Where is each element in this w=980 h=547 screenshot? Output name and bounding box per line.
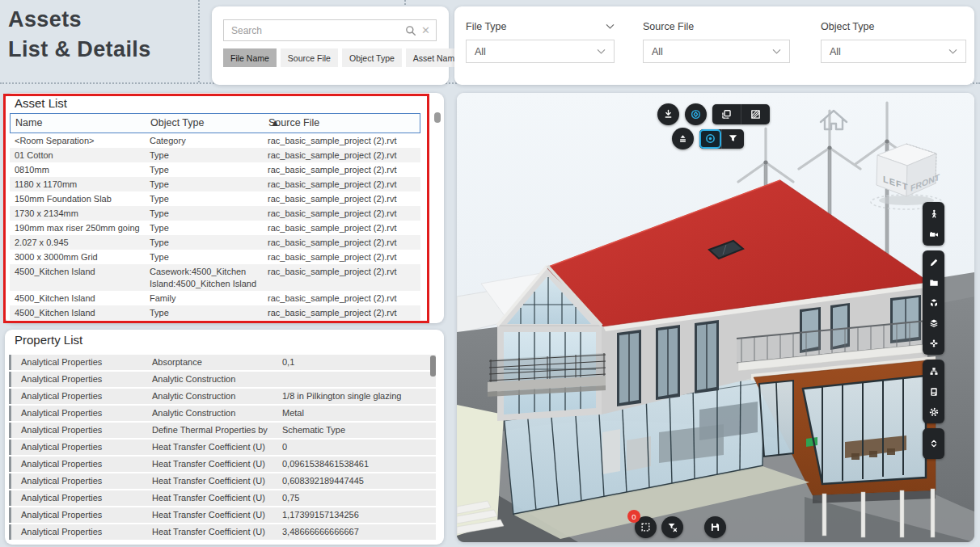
asset-table-row[interactable]: 4500_Kitchen IslandCasework:4500_Kitchen… [10, 264, 420, 291]
search-tabs: File NameSource FileObject TypeAsset Nam… [223, 48, 467, 67]
page-title: Assets List & Details [8, 5, 151, 65]
select-mode-button[interactable] [699, 129, 721, 149]
save-view-button[interactable] [704, 516, 726, 538]
property-table-row[interactable]: Analytical PropertiesDefine Thermal Prop… [9, 423, 436, 438]
property-cell: Analytical Properties [21, 423, 102, 438]
selection-set-button[interactable]: 0 [635, 516, 657, 538]
download-button[interactable] [657, 103, 679, 125]
property-cell: Analytical Properties [21, 355, 102, 370]
column-header-name[interactable]: Name [15, 117, 42, 128]
settings-button[interactable] [923, 403, 944, 420]
measure-tool-button[interactable] [923, 254, 944, 271]
property-list-scrollbar[interactable] [430, 356, 436, 377]
viewer-right-toolbar [923, 202, 944, 459]
property-cell: Analytic Construction [152, 406, 235, 421]
asset-cell: 4500_Kitchen Island [15, 305, 95, 320]
object-type-select[interactable]: All [821, 40, 966, 63]
search-input[interactable] [230, 24, 405, 37]
asset-cell: rac_basic_sample_project (2).rvt [268, 235, 397, 250]
property-cell: Heat Transfer Coefficient (U) [152, 440, 265, 455]
asset-table-row[interactable]: 3000 x 3000mm GridTyperac_basic_sample_p… [10, 250, 420, 264]
property-table-row[interactable]: Analytical PropertiesAnalytic Constructi… [9, 372, 436, 387]
filter-object-type: Object Type All [821, 21, 966, 63]
selected-value: All [652, 46, 663, 57]
asset-table-row[interactable]: 1730 x 2134mmTyperac_basic_sample_projec… [10, 206, 420, 221]
hierarchy-button[interactable] [923, 363, 944, 380]
filter-label: File Type [466, 21, 507, 32]
property-table-row[interactable]: Analytical PropertiesHeat Transfer Coeff… [9, 507, 436, 523]
asset-cell: rac_basic_sample_project (2).rvt [268, 162, 397, 177]
asset-cell: Category [150, 133, 186, 148]
save-icon [710, 522, 720, 532]
balcony [488, 353, 606, 397]
toolbar-group [923, 250, 944, 355]
asset-cell: 1180 x 1170mm [15, 177, 77, 191]
clear-filter-button[interactable] [661, 516, 683, 538]
walk-tool-button[interactable] [923, 205, 944, 222]
column-header-object-type[interactable]: Object Type [150, 117, 204, 128]
download-icon [663, 109, 674, 120]
search-box[interactable]: ✕ [223, 19, 437, 41]
asset-cell: rac_basic_sample_project (2).rvt [268, 206, 397, 221]
property-table-row[interactable]: Analytical PropertiesHeat Transfer Coeff… [9, 524, 436, 540]
asset-list-scrollbar[interactable] [434, 112, 441, 123]
source-file-select[interactable]: All [643, 40, 790, 63]
filter-label: Object Type [821, 21, 874, 32]
cluster-button[interactable] [923, 335, 944, 351]
asset-table-row[interactable]: 1180 x 1170mmTyperac_basic_sample_projec… [10, 177, 420, 191]
search-tab-object-type[interactable]: Object Type [342, 48, 402, 67]
asset-cell: Type [150, 148, 169, 162]
search-tab-source-file[interactable]: Source File [281, 48, 338, 67]
asset-table-row[interactable]: 150mm Foundation SlabTyperac_basic_sampl… [10, 191, 420, 206]
ring-icon [705, 133, 716, 144]
property-cell: Metal [282, 406, 304, 421]
sort-ascending-icon: ▲ [270, 117, 280, 128]
asset-table-row[interactable]: 2.027 x 0.945Typerac_basic_sample_projec… [10, 235, 420, 250]
view-cube[interactable]: LEFT FRONT [871, 144, 942, 209]
asset-table-row[interactable]: 0810mmTyperac_basic_sample_project (2).r… [10, 162, 420, 177]
explode-tool-button[interactable] [923, 294, 944, 311]
focus-button[interactable] [685, 103, 707, 125]
folder-icon [929, 278, 939, 288]
asset-cell: Type [150, 235, 169, 250]
filter-button[interactable] [721, 129, 744, 149]
measure-icon [929, 258, 939, 267]
property-table-row[interactable]: Analytical PropertiesHeat Transfer Coeff… [9, 457, 436, 472]
collapse-icon [929, 439, 939, 448]
property-table-row[interactable]: Analytical PropertiesAnalytic Constructi… [9, 389, 436, 404]
asset-cell: Type [150, 162, 169, 177]
property-table-row[interactable]: Analytical PropertiesAbsorptance0,1 [9, 355, 436, 370]
camera-tool-button[interactable] [923, 225, 944, 242]
chevron-down-icon[interactable] [606, 23, 615, 30]
property-cell: 0,75 [282, 490, 299, 506]
property-table-row[interactable]: Analytical PropertiesAnalytic Constructi… [9, 406, 436, 421]
asset-table-header[interactable]: Name Object Type Source File ▲ [10, 113, 420, 133]
property-table-row[interactable]: Analytical PropertiesHeat Transfer Coeff… [9, 473, 436, 489]
asset-table-row[interactable]: 4500_Kitchen IslandFamilyrac_basic_sampl… [10, 291, 420, 305]
asset-table-row[interactable]: 4500_Kitchen IslandTyperac_basic_sample_… [10, 305, 420, 320]
clear-search-icon[interactable]: ✕ [421, 24, 430, 36]
property-table-row[interactable]: Analytical PropertiesHeat Transfer Coeff… [9, 440, 436, 455]
copy-button[interactable] [712, 104, 741, 124]
eject-icon [678, 133, 688, 144]
hatch-button[interactable] [741, 104, 770, 124]
search-tab-file-name[interactable]: File Name [223, 48, 277, 67]
property-cell: Analytical Properties [21, 473, 102, 489]
selected-value: All [475, 46, 486, 57]
toolbar-group [923, 360, 944, 423]
files-button[interactable] [923, 274, 944, 291]
bim-3d-scene[interactable]: LEFT FRONT [457, 93, 974, 542]
asset-cell: rac_basic_sample_project (2).rvt [268, 191, 397, 206]
asset-table-row[interactable]: <Room Separation>Categoryrac_basic_sampl… [10, 133, 420, 148]
walk-icon [929, 209, 939, 219]
sheets-button[interactable] [923, 383, 944, 400]
property-table-row[interactable]: Analytical PropertiesHeat Transfer Coeff… [9, 490, 436, 506]
file-type-select[interactable]: All [466, 40, 615, 63]
asset-table-row[interactable]: 01 CottonTyperac_basic_sample_project (2… [10, 148, 420, 162]
layers-button[interactable] [923, 314, 944, 331]
property-cell: 1/8 in Pilkington single glazing [282, 389, 401, 404]
upload-button[interactable] [672, 128, 694, 149]
asset-table-row[interactable]: 190mm max riser 250mm goingTyperac_basic… [10, 221, 420, 235]
collapse-toolbar-button[interactable] [923, 431, 944, 456]
asset-cell: <Room Separation> [15, 133, 94, 148]
